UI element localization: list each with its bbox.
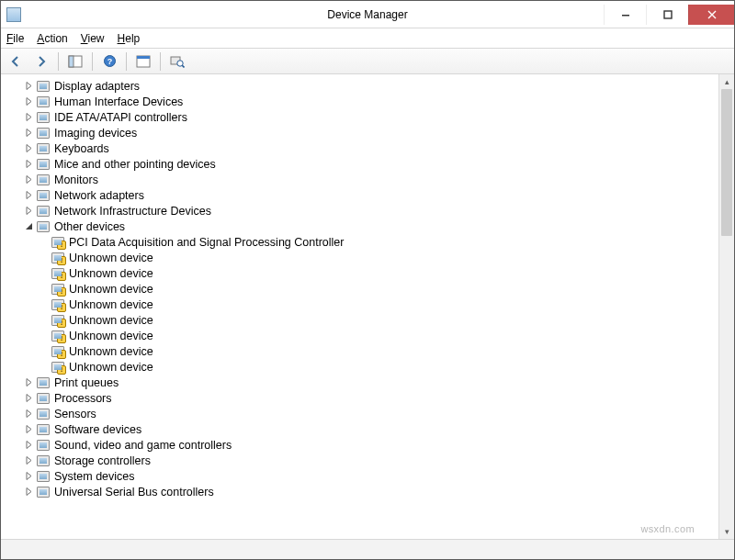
expand-collapse-closed-icon[interactable] bbox=[23, 190, 34, 201]
tree-category[interactable]: Storage controllers bbox=[6, 453, 718, 468]
expand-collapse-closed-icon[interactable] bbox=[23, 377, 34, 388]
menu-file[interactable]: File bbox=[6, 32, 24, 45]
tree-category[interactable]: Keyboards bbox=[6, 140, 718, 156]
scan-hardware-icon bbox=[170, 54, 185, 68]
keyboard-icon bbox=[36, 141, 51, 156]
menu-view[interactable]: View bbox=[81, 32, 105, 45]
expand-collapse-closed-icon[interactable] bbox=[23, 440, 34, 451]
svg-rect-1 bbox=[664, 11, 672, 18]
scroll-up-icon[interactable]: ▴ bbox=[719, 74, 734, 89]
tree-category[interactable]: System devices bbox=[6, 468, 718, 484]
properties-icon bbox=[136, 55, 151, 68]
tree-device[interactable]: !Unknown device bbox=[6, 359, 718, 375]
monitor-icon bbox=[36, 173, 51, 187]
maximize-button[interactable] bbox=[646, 5, 688, 25]
tree-category[interactable]: Display adapters bbox=[6, 78, 718, 94]
tree-device-label: Unknown device bbox=[69, 313, 153, 328]
tree-category[interactable]: Monitors bbox=[6, 172, 718, 187]
tree-device[interactable]: !Unknown device bbox=[6, 297, 718, 312]
tree-category[interactable]: IDE ATA/ATAPI controllers bbox=[6, 109, 718, 125]
storage-controller-icon bbox=[36, 454, 51, 468]
tree-category-label: Print queues bbox=[54, 375, 119, 390]
scroll-down-icon[interactable]: ▾ bbox=[719, 524, 734, 539]
mouse-icon bbox=[36, 157, 51, 172]
scan-hardware-button[interactable] bbox=[166, 50, 188, 73]
tree-category[interactable]: Print queues bbox=[6, 375, 718, 390]
tree-device[interactable]: !Unknown device bbox=[6, 281, 718, 297]
tree-category[interactable]: Sound, video and game controllers bbox=[6, 437, 718, 453]
expand-collapse-closed-icon[interactable] bbox=[23, 81, 34, 92]
back-button[interactable] bbox=[5, 50, 27, 73]
close-button[interactable] bbox=[688, 5, 734, 25]
network-infra-icon bbox=[36, 204, 51, 218]
expand-collapse-closed-icon[interactable] bbox=[23, 487, 34, 498]
toolbar: ? bbox=[1, 48, 734, 74]
tree-device[interactable]: !Unknown device bbox=[6, 328, 718, 343]
window-controls bbox=[604, 5, 734, 25]
expand-collapse-closed-icon[interactable] bbox=[23, 96, 34, 107]
show-hide-console-tree-button[interactable] bbox=[64, 50, 86, 73]
titlebar[interactable]: Device Manager bbox=[1, 1, 734, 28]
tree-device[interactable]: !Unknown device bbox=[6, 250, 718, 265]
system-device-icon bbox=[36, 469, 51, 484]
software-device-icon bbox=[36, 422, 51, 437]
expand-collapse-closed-icon[interactable] bbox=[23, 455, 34, 466]
tree-device[interactable]: !Unknown device bbox=[6, 265, 718, 281]
tree-device-label: Unknown device bbox=[69, 251, 153, 265]
tree-category[interactable]: Processors bbox=[6, 390, 718, 406]
menu-help[interactable]: Help bbox=[118, 32, 141, 45]
expand-collapse-closed-icon[interactable] bbox=[23, 206, 34, 217]
device-manager-window: Device Manager File Action View Help bbox=[0, 0, 735, 560]
tree-category-label: System devices bbox=[54, 469, 135, 484]
tree-category[interactable]: Network Infrastructure Devices bbox=[6, 203, 718, 218]
menu-action[interactable]: Action bbox=[37, 32, 67, 45]
tree-device-label: Unknown device bbox=[69, 344, 153, 359]
vertical-scrollbar[interactable]: ▴ ▾ bbox=[718, 74, 734, 539]
tree-category[interactable]: Universal Serial Bus controllers bbox=[6, 484, 718, 499]
hid-icon bbox=[36, 95, 51, 109]
network-adapter-icon bbox=[36, 188, 51, 203]
tree-category-label: Software devices bbox=[54, 422, 141, 437]
expand-collapse-closed-icon[interactable] bbox=[23, 112, 34, 123]
tree-category[interactable]: Software devices bbox=[6, 421, 718, 437]
tree-device[interactable]: !PCI Data Acquisition and Signal Process… bbox=[6, 234, 718, 250]
twisty-placeholder bbox=[38, 252, 49, 263]
expand-collapse-closed-icon[interactable] bbox=[23, 159, 34, 170]
menu-file-label: File bbox=[6, 32, 24, 45]
expand-collapse-closed-icon[interactable] bbox=[23, 128, 34, 139]
ide-controller-icon bbox=[36, 110, 51, 125]
tree-category-label: Network adapters bbox=[54, 188, 144, 203]
usb-icon bbox=[36, 485, 51, 499]
warning-device-icon: ! bbox=[51, 329, 65, 343]
tree-category[interactable]: Mice and other pointing devices bbox=[6, 156, 718, 172]
tree-device-label: Unknown device bbox=[69, 282, 153, 297]
minimize-button[interactable] bbox=[604, 5, 646, 25]
tree-category-label: Storage controllers bbox=[54, 454, 151, 468]
menubar: File Action View Help bbox=[1, 28, 734, 48]
warning-device-icon: ! bbox=[51, 297, 65, 312]
tree-category-label: Human Interface Devices bbox=[54, 95, 183, 109]
expand-collapse-open-icon[interactable] bbox=[23, 221, 34, 232]
tree-category[interactable]: Imaging devices bbox=[6, 125, 718, 140]
tree-category[interactable]: Sensors bbox=[6, 406, 718, 421]
expand-collapse-closed-icon[interactable] bbox=[23, 424, 34, 435]
svg-rect-0 bbox=[622, 15, 629, 17]
expand-collapse-closed-icon[interactable] bbox=[23, 143, 34, 154]
expand-collapse-closed-icon[interactable] bbox=[23, 393, 34, 404]
expand-collapse-closed-icon[interactable] bbox=[23, 409, 34, 420]
tree-viewport[interactable]: Display adaptersHuman Interface DevicesI… bbox=[1, 74, 718, 539]
tree-category[interactable]: Other devices bbox=[6, 218, 718, 234]
tree-device[interactable]: !Unknown device bbox=[6, 343, 718, 359]
forward-button[interactable] bbox=[30, 50, 52, 73]
tree-category[interactable]: Human Interface Devices bbox=[6, 94, 718, 109]
expand-collapse-closed-icon[interactable] bbox=[23, 471, 34, 482]
properties-button[interactable] bbox=[132, 50, 154, 73]
processor-icon bbox=[36, 391, 51, 406]
tree-device-label: Unknown device bbox=[69, 329, 153, 343]
tree-device[interactable]: !Unknown device bbox=[6, 312, 718, 328]
maximize-icon bbox=[663, 10, 673, 19]
tree-category[interactable]: Network adapters bbox=[6, 187, 718, 203]
help-button[interactable]: ? bbox=[98, 50, 120, 73]
expand-collapse-closed-icon[interactable] bbox=[23, 174, 34, 185]
scrollbar-thumb[interactable] bbox=[721, 89, 732, 236]
